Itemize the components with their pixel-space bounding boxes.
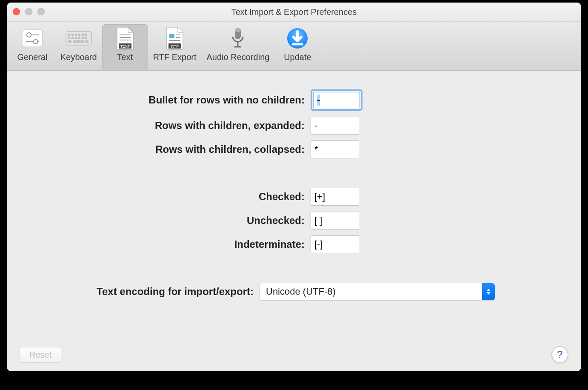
svg-rect-15: [78, 37, 80, 39]
tab-label: Text: [117, 52, 133, 62]
close-icon[interactable]: [13, 8, 20, 15]
svg-text:RTF: RTF: [171, 44, 179, 49]
tab-audio-recording[interactable]: Audio Recording: [202, 24, 275, 70]
encoding-value: Unicode (UTF-8): [260, 286, 336, 297]
tab-label: Audio Recording: [207, 52, 270, 62]
svg-text:TEXT: TEXT: [120, 44, 130, 49]
preferences-window: Text Import & Export Preferences General: [7, 3, 581, 371]
svg-rect-6: [68, 34, 70, 36]
svg-rect-16: [82, 37, 84, 39]
reset-button[interactable]: Reset: [20, 347, 61, 363]
svg-rect-18: [68, 40, 71, 43]
encoding-label: Text encoding for import/export:: [58, 286, 260, 298]
bullet-collapsed-label: Rows with children, collapsed:: [58, 143, 311, 155]
window-title: Text Import & Export Preferences: [231, 7, 357, 17]
encoding-select[interactable]: Unicode (UTF-8): [260, 283, 495, 301]
bullet-no-children-label: Bullet for rows with no children:: [58, 94, 311, 106]
bullet-expanded-label: Rows with children, expanded:: [58, 120, 311, 132]
rtf-file-icon: RTF: [165, 26, 185, 51]
svg-point-3: [27, 33, 31, 37]
tab-rtf-export[interactable]: RTF RTF Export: [148, 24, 202, 70]
zoom-icon[interactable]: [37, 8, 45, 15]
preferences-toolbar: General Keyboard: [7, 22, 581, 71]
indeterminate-label: Indeterminate:: [58, 238, 311, 250]
svg-rect-19: [73, 40, 84, 43]
unchecked-input[interactable]: [311, 212, 359, 229]
bullet-collapsed-input[interactable]: [311, 141, 359, 158]
tab-label: Keyboard: [60, 52, 97, 62]
indeterminate-input[interactable]: [311, 235, 359, 253]
select-stepper-icon: [482, 283, 495, 300]
svg-rect-33: [235, 28, 241, 32]
divider: [58, 268, 530, 268]
help-button[interactable]: ?: [551, 346, 568, 363]
unchecked-label: Unchecked:: [58, 215, 311, 227]
window-controls: [13, 8, 45, 15]
svg-rect-14: [75, 37, 77, 39]
checked-label: Checked:: [58, 191, 311, 203]
sliders-icon: [20, 26, 44, 51]
keyboard-icon: [65, 26, 92, 51]
help-icon: ?: [557, 349, 562, 361]
svg-rect-17: [85, 37, 87, 39]
svg-rect-26: [169, 34, 174, 38]
download-arrow-icon: [286, 26, 308, 51]
svg-rect-10: [82, 34, 84, 36]
tab-update[interactable]: Update: [274, 24, 320, 70]
tab-label: RTF Export: [153, 52, 197, 62]
checked-input[interactable]: [311, 188, 359, 206]
focus-ring: [311, 89, 363, 111]
svg-rect-20: [85, 40, 88, 43]
svg-point-4: [34, 40, 38, 44]
tab-label: Update: [284, 52, 311, 62]
svg-rect-11: [85, 34, 87, 36]
divider: [58, 173, 530, 173]
svg-rect-0: [22, 30, 43, 47]
tab-keyboard[interactable]: Keyboard: [55, 24, 102, 70]
svg-rect-8: [75, 34, 77, 36]
svg-rect-7: [71, 34, 74, 36]
preferences-body: Bullet for rows with no children: Rows w…: [7, 71, 581, 315]
tab-general[interactable]: General: [9, 24, 55, 70]
text-file-icon: TEXT: [115, 26, 135, 51]
svg-rect-13: [71, 37, 74, 39]
bullet-expanded-input[interactable]: [311, 117, 359, 135]
titlebar: Text Import & Export Preferences: [7, 3, 581, 22]
tab-label: General: [17, 52, 47, 62]
minimize-icon[interactable]: [25, 8, 32, 15]
bullet-no-children-input[interactable]: [313, 92, 360, 108]
svg-rect-9: [78, 34, 80, 36]
tab-text[interactable]: TEXT Text: [102, 24, 148, 70]
svg-rect-12: [68, 37, 70, 39]
footer: Reset ?: [7, 338, 581, 371]
microphone-icon: [229, 26, 246, 51]
